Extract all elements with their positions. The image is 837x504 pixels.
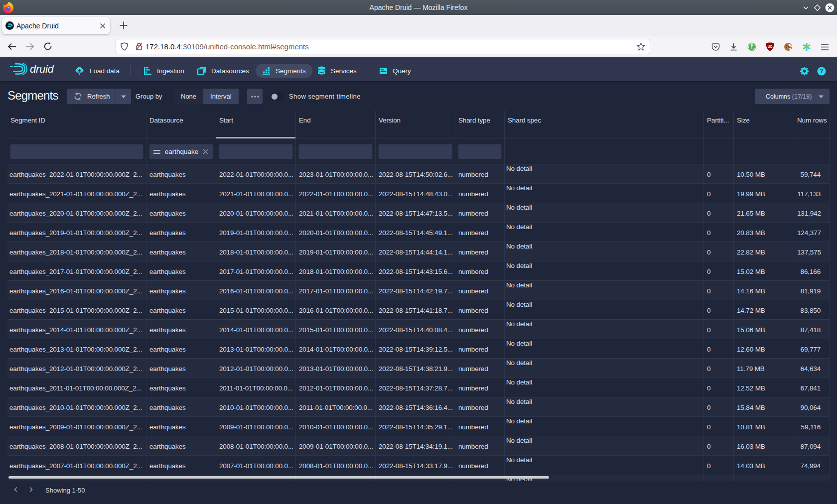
svg-text:UO: UO [768,45,773,48]
svg-text:?: ? [820,68,823,75]
